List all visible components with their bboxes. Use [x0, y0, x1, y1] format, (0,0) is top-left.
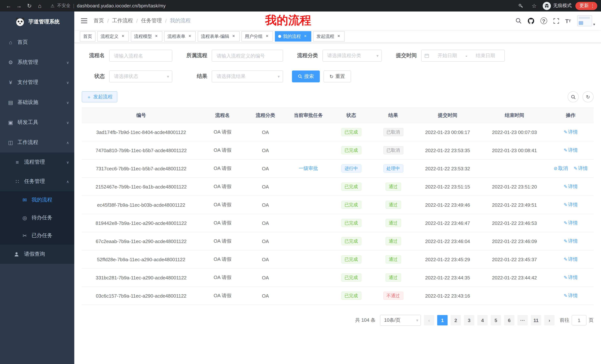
- table-header-row: 编号 流程名 流程分类 当前审批任务 状态 结果 提交时间 结束时间 操作: [82, 108, 594, 123]
- page-button-3[interactable]: 3: [464, 315, 474, 326]
- cell-name: OA 请假: [200, 178, 244, 196]
- sidebar-item-workflow[interactable]: ◫ 工作流程 ∧: [0, 133, 74, 153]
- date-range-picker[interactable]: 开始日期 - 结束日期: [421, 50, 505, 62]
- browser-reload-icon[interactable]: ↻: [25, 1, 34, 10]
- select-placeholder: 请选择流结果: [217, 73, 246, 80]
- font-size-icon[interactable]: TT: [565, 18, 571, 24]
- navbar-actions: ? TT ▾: [515, 15, 595, 26]
- page-button-2[interactable]: 2: [451, 315, 461, 326]
- detail-link[interactable]: ✎详情: [564, 184, 578, 189]
- toggle-search-button[interactable]: [568, 91, 579, 102]
- current-task-link[interactable]: 一级审批: [299, 165, 318, 171]
- tab-user-group[interactable]: 用户分组×: [241, 31, 273, 42]
- detail-link[interactable]: ✎详情: [564, 275, 578, 280]
- close-icon[interactable]: ×: [303, 34, 308, 39]
- reset-button[interactable]: ↻ 重置: [323, 70, 351, 82]
- tab-my-process[interactable]: 我的流程×: [275, 31, 311, 42]
- close-icon[interactable]: ×: [231, 34, 236, 39]
- table-row: 331bc281-7b9a-11ec-a290-acde48001122 OA …: [82, 268, 594, 287]
- sidebar-item-dev-tools[interactable]: ▣ 研发工具 ∨: [0, 112, 74, 133]
- result-select[interactable]: 请选择流结果 ▾: [212, 70, 283, 82]
- breadcrumb-separator: /: [136, 18, 138, 24]
- detail-link[interactable]: ✎详情: [564, 220, 578, 226]
- page-button-5[interactable]: 5: [491, 315, 501, 326]
- sidebar-item-infrastructure[interactable]: ▤ 基础设施 ∨: [0, 92, 74, 112]
- sidebar-item-home[interactable]: ⌂ 首页: [0, 32, 74, 52]
- cell-end-time: 2022-01-22 23:49:51: [481, 196, 548, 214]
- detail-link[interactable]: ✎详情: [564, 202, 578, 207]
- goto-unit: 页: [589, 317, 594, 324]
- browser-home-icon[interactable]: ⌂: [35, 1, 45, 10]
- help-icon[interactable]: ?: [540, 18, 547, 24]
- cell-category: OA: [244, 123, 286, 141]
- process-name-input[interactable]: [109, 50, 172, 62]
- start-date-input[interactable]: 开始日期: [431, 52, 463, 59]
- hamburger-icon[interactable]: [80, 17, 88, 25]
- tab-start-process[interactable]: 发起流程×: [313, 31, 345, 42]
- fullscreen-icon[interactable]: [553, 18, 559, 24]
- breadcrumb-task-management[interactable]: 任务管理: [141, 18, 162, 24]
- refresh-table-button[interactable]: ↻: [582, 91, 594, 102]
- sidebar-item-task-management[interactable]: ∷ 任务管理 ∧: [0, 172, 74, 191]
- chat-bubble-icon: ✉: [21, 197, 28, 203]
- address-bar[interactable]: ⚠ 不安全 | dashboard.yudao.iocoder.cn/bpm/t…: [50, 3, 511, 9]
- close-icon[interactable]: ×: [264, 34, 270, 39]
- detail-link[interactable]: ✎详情: [564, 293, 578, 298]
- close-icon[interactable]: ×: [187, 34, 192, 39]
- tab-process-form-edit[interactable]: 流程表单-编辑×: [198, 31, 240, 42]
- sidebar-item-done-tasks[interactable]: ✂ 已办任务: [0, 227, 74, 245]
- browser-forward-icon[interactable]: →: [14, 1, 24, 10]
- start-process-button[interactable]: ＋ 发起流程: [82, 91, 117, 102]
- browser-update-button[interactable]: 更新 ⋮: [575, 2, 597, 10]
- detail-link[interactable]: ✎详情: [564, 147, 578, 153]
- goto-page-input[interactable]: [572, 315, 587, 326]
- close-icon[interactable]: ×: [154, 34, 159, 39]
- app-logo[interactable]: 芋道管理系统: [0, 11, 74, 32]
- page-button-6[interactable]: 6: [504, 315, 514, 326]
- browser-back-icon[interactable]: ←: [4, 1, 13, 10]
- detail-link[interactable]: ✎详情: [564, 129, 578, 135]
- tab-process-form[interactable]: 流程表单×: [164, 31, 196, 42]
- sidebar-item-process-management[interactable]: ≡ 流程管理 ∨: [0, 153, 74, 172]
- tab-process-definition[interactable]: 流程定义×: [97, 31, 129, 42]
- workflow-icon: ◫: [7, 140, 14, 145]
- end-date-input[interactable]: 结束日期: [469, 52, 501, 59]
- search-button[interactable]: 搜索: [292, 70, 320, 82]
- browser-menu-icon[interactable]: ⋮: [590, 3, 595, 9]
- breadcrumb-home[interactable]: 首页: [94, 18, 104, 24]
- sidebar-item-label: 请假查询: [24, 251, 45, 258]
- owner-process-input[interactable]: [212, 50, 283, 62]
- tab-process-model[interactable]: 流程模型×: [131, 31, 162, 42]
- top-navbar: 首页 / 工作流程 / 任务管理 / 我的流程 我的流程 ?: [74, 11, 601, 30]
- page-button-4[interactable]: 4: [477, 315, 488, 326]
- close-icon[interactable]: ×: [336, 34, 341, 39]
- detail-link[interactable]: ✎详情: [564, 256, 578, 262]
- detail-link[interactable]: ✎详情: [564, 238, 578, 244]
- scissors-icon: ✂: [21, 233, 28, 239]
- status-select[interactable]: 请选择状态 ▾: [109, 70, 172, 82]
- password-key-icon[interactable]: [516, 1, 526, 10]
- page-button-1[interactable]: 1: [437, 315, 448, 326]
- sidebar-item-system-management[interactable]: ⚙ 系统管理 ∨: [0, 52, 74, 72]
- sidebar-item-leave-query[interactable]: 请假查询: [0, 245, 74, 264]
- sidebar-item-payment-management[interactable]: ¥ 支付管理 ∨: [0, 72, 74, 92]
- more-pages-button[interactable]: ···: [517, 315, 528, 326]
- cancel-link[interactable]: ⊘取消: [554, 165, 568, 171]
- sidebar-item-my-process[interactable]: ✉ 我的流程: [0, 191, 74, 209]
- page-button-11[interactable]: 11: [531, 315, 541, 326]
- tab-home[interactable]: 首页: [80, 31, 95, 42]
- user-menu[interactable]: ▾: [577, 15, 595, 26]
- github-icon[interactable]: [528, 18, 534, 24]
- sidebar-item-todo-tasks[interactable]: ◎ 待办任务: [0, 209, 74, 227]
- search-icon[interactable]: [515, 18, 521, 24]
- next-page-button[interactable]: ›: [544, 315, 555, 326]
- edit-icon: ✎: [564, 184, 567, 189]
- close-icon[interactable]: ×: [120, 34, 126, 39]
- bookmark-star-icon[interactable]: ☆: [529, 1, 539, 10]
- breadcrumb-workflow[interactable]: 工作流程: [112, 18, 133, 24]
- edit-icon: ✎: [564, 239, 567, 244]
- detail-link[interactable]: ✎详情: [574, 165, 588, 171]
- page-size-select[interactable]: 10条/页 ▾: [380, 315, 421, 326]
- category-select[interactable]: 请选择流程分类 ▾: [322, 50, 382, 62]
- prev-page-button[interactable]: ‹: [424, 315, 434, 326]
